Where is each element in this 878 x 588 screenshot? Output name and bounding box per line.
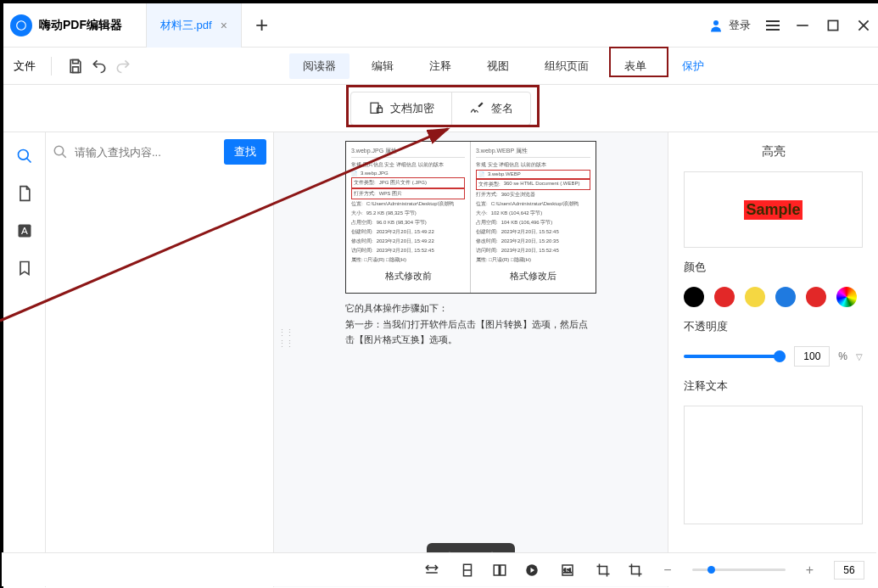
tab-organize[interactable]: 组织页面 [531,53,602,79]
save-icon[interactable] [67,58,84,75]
pdf-page: 3.webp.JPG 属性 常规 图片信息 安全 详细信息 以前的版本 📄3.w… [345,141,596,294]
find-button[interactable]: 查找 [224,139,266,165]
minimize-button[interactable] [795,18,810,33]
opacity-label: 不透明度 [684,319,863,334]
login-button[interactable]: 登录 [708,18,751,33]
svg-rect-19 [501,565,506,575]
close-tab-icon[interactable]: × [221,19,227,32]
actual-size-icon[interactable]: 1:1 [560,563,575,578]
play-icon[interactable] [524,563,540,578]
sample-text: Sample [744,200,802,220]
search-tab-icon[interactable] [16,148,33,165]
menu-tabs: 阅读器 编辑 注释 视图 组织页面 表单 保护 [289,53,718,79]
color-swatches [684,287,863,307]
color-swatch-blue[interactable] [775,287,796,307]
panel-drag-handle[interactable]: ⋮⋮⋮⋮ [277,328,293,350]
sign-button[interactable]: 签名 [452,92,530,125]
document-viewport[interactable]: ⋮⋮⋮⋮ 3.webp.JPG 属性 常规 图片信息 安全 详细信息 以前的版本… [273,132,668,587]
svg-rect-6 [73,66,79,72]
page-icon[interactable] [16,185,33,202]
color-swatch-yellow[interactable] [745,287,765,307]
svg-point-14 [54,146,64,155]
user-icon [708,18,724,33]
menu-icon[interactable] [766,20,780,31]
color-swatch-red2[interactable] [806,287,826,307]
crop2-icon[interactable] [628,563,643,578]
tab-reader[interactable]: 阅读器 [289,53,350,79]
svg-text:1:1: 1:1 [564,568,573,574]
tab-form[interactable]: 表单 [611,53,660,79]
maximize-button[interactable] [825,18,841,33]
color-swatch-red[interactable] [714,287,735,307]
chevron-down-icon[interactable]: ▽ [856,352,863,361]
sample-preview: Sample [684,171,863,248]
opacity-value[interactable]: 100 [794,346,830,367]
svg-text:A: A [21,225,28,236]
add-tab-button[interactable]: + [255,12,268,38]
svg-rect-8 [377,108,383,112]
properties-panel: 高亮 Sample 颜色 不透明度 100 % ▽ 注释文本 [668,132,878,587]
tab-annotate[interactable]: 注释 [416,53,465,79]
crop-icon[interactable] [596,563,611,578]
svg-rect-18 [495,565,500,575]
opacity-slider[interactable] [684,355,786,358]
fit-width-icon[interactable] [424,563,439,578]
color-swatch-custom[interactable] [836,287,857,307]
tab-view[interactable]: 视图 [473,53,523,79]
lock-doc-icon [368,101,383,116]
zoom-slider[interactable] [692,568,786,571]
search-input[interactable] [73,141,219,164]
svg-point-10 [18,150,28,160]
search-icon [53,144,68,160]
toolbar: 文件 阅读器 编辑 注释 视图 组织页面 表单 保护 [3,48,878,85]
document-text: 它的具体操作步骤如下： 第一步：当我们打开软件后点击【图片转换】选项，然后点击【… [345,300,596,348]
zoom-value[interactable]: 56 [834,561,864,580]
svg-point-0 [713,20,719,25]
app-logo [10,14,32,36]
tab-edit[interactable]: 编辑 [358,53,407,79]
close-button[interactable] [856,18,871,33]
color-label: 颜色 [684,260,863,275]
bookmark-icon[interactable] [16,260,33,277]
svg-line-15 [62,154,66,158]
status-bar: 1:1 − + 56 [2,552,876,586]
svg-line-11 [26,159,31,163]
document-tab[interactable]: 材料三.pdf × [146,3,242,48]
svg-rect-5 [73,59,79,63]
annotation-text-label: 注释文本 [684,378,863,394]
text-icon[interactable]: A [16,222,33,239]
app-title: 嗨动PDF编辑器 [39,18,122,33]
annotation-text-input[interactable] [684,406,863,524]
zoom-out-button[interactable]: − [663,563,671,578]
color-swatch-black[interactable] [684,287,704,307]
file-menu[interactable]: 文件 [14,59,36,74]
zoom-in-button[interactable]: + [806,563,814,578]
sub-toolbar: 文档加密 签名 [3,85,878,132]
encrypt-button[interactable]: 文档加密 [351,92,452,125]
undo-icon[interactable] [91,58,108,75]
signature-icon [469,101,484,116]
tab-label: 材料三.pdf [160,18,212,33]
single-page-icon[interactable] [460,563,475,578]
titlebar: 嗨动PDF编辑器 材料三.pdf × + 登录 [3,3,878,48]
tab-protect[interactable]: 保护 [668,53,718,79]
redo-icon [115,58,131,75]
svg-rect-2 [828,20,837,30]
search-panel: 查找 [46,132,273,587]
highlight-title: 高亮 [684,144,863,160]
left-sidebar: A [3,132,46,587]
two-page-icon[interactable] [492,563,507,578]
